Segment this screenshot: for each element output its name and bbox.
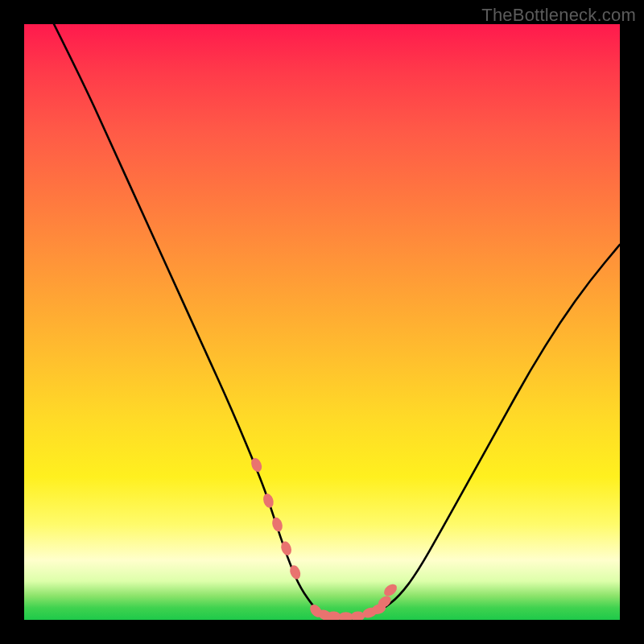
data-marker — [270, 516, 284, 533]
bottleneck-curve — [54, 24, 620, 617]
data-marker — [382, 582, 399, 599]
chart-frame: TheBottleneck.com — [0, 0, 644, 644]
data-marker — [262, 493, 275, 510]
curve-group — [54, 24, 620, 617]
chart-svg — [24, 24, 620, 620]
marker-group — [250, 456, 399, 620]
chart-plot-area — [24, 24, 620, 620]
watermark-label: TheBottleneck.com — [481, 5, 636, 26]
